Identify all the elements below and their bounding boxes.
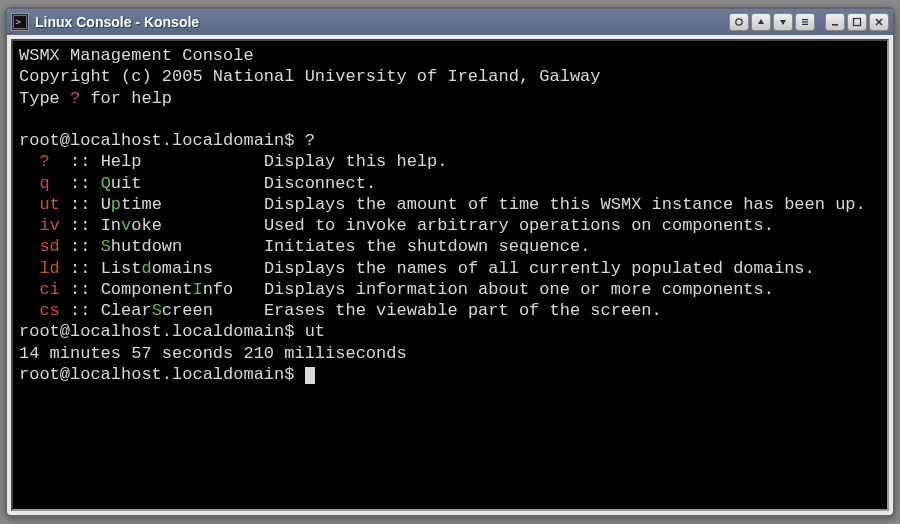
svg-rect-3 [802, 19, 808, 20]
up-button[interactable] [751, 13, 771, 31]
minimize-button[interactable] [825, 13, 845, 31]
svg-rect-5 [802, 24, 808, 25]
down-button[interactable] [773, 13, 793, 31]
konsole-window: > Linux Console - Konsole WSMX Managemen… [5, 7, 895, 517]
titlebar[interactable]: > Linux Console - Konsole [7, 9, 893, 35]
svg-point-2 [736, 19, 742, 25]
window-controls [729, 13, 889, 31]
svg-rect-6 [832, 24, 838, 26]
svg-rect-7 [854, 19, 861, 26]
terminal-viewport[interactable]: WSMX Management Console Copyright (c) 20… [11, 39, 889, 511]
maximize-button[interactable] [847, 13, 867, 31]
window-title: Linux Console - Konsole [35, 14, 729, 30]
svg-rect-4 [802, 21, 808, 22]
app-icon: > [11, 13, 29, 31]
cursor [305, 367, 315, 384]
svg-text:>: > [15, 16, 21, 27]
circle-button[interactable] [729, 13, 749, 31]
menu-button[interactable] [795, 13, 815, 31]
close-button[interactable] [869, 13, 889, 31]
